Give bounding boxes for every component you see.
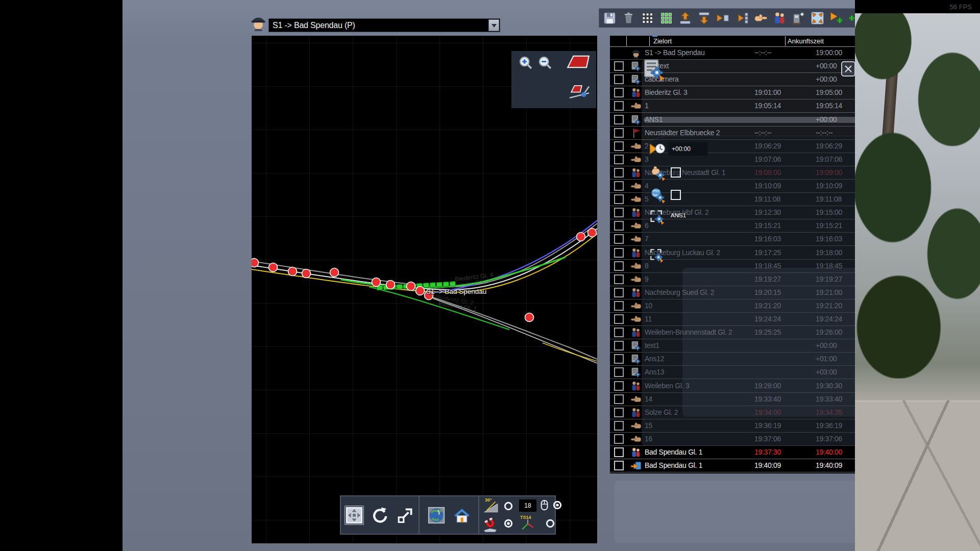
magnet-radio[interactable] xyxy=(503,518,514,529)
row-ankunftszeit: 19:12:30 xyxy=(754,208,812,216)
row-checkbox[interactable] xyxy=(614,208,624,217)
column-header-zielort[interactable]: Zielort xyxy=(653,37,672,45)
slope-radio[interactable] xyxy=(503,500,514,512)
row-checkbox[interactable] xyxy=(614,221,624,231)
row-checkbox[interactable] xyxy=(614,447,624,457)
row-checkbox[interactable] xyxy=(614,301,624,311)
game-world-view[interactable]: 56 FPS xyxy=(855,0,980,551)
gradient-small-icon[interactable] xyxy=(568,82,591,101)
row-type-icon xyxy=(630,287,642,298)
row-type-icon xyxy=(630,354,642,365)
row-ankunftszeit: 19:16:03 xyxy=(754,235,812,243)
row-zielort: Solze Gl. 2 xyxy=(645,408,753,416)
row-checkbox[interactable] xyxy=(614,155,624,164)
slope-30-icon[interactable]: 30° xyxy=(483,498,499,514)
chevron-down-icon[interactable] xyxy=(488,19,499,31)
row-checkbox[interactable] xyxy=(614,341,624,350)
row-checkbox[interactable] xyxy=(614,354,624,364)
row-ankunftszeit: 19:36:19 xyxy=(754,421,812,430)
passengers-icon[interactable] xyxy=(772,10,788,26)
close-button[interactable] xyxy=(841,61,855,77)
row-ankunftszeit: 19:11:08 xyxy=(754,195,812,203)
insert-contact-icon[interactable] xyxy=(715,10,731,26)
save-icon[interactable] xyxy=(602,10,618,26)
globe-icon[interactable] xyxy=(427,506,446,525)
row-checkbox[interactable] xyxy=(614,261,624,271)
row-checkbox[interactable] xyxy=(614,181,624,191)
fuel-icon[interactable] xyxy=(791,10,806,26)
row-ankunftszeit: 19:37:06 xyxy=(754,435,812,443)
row-type-icon xyxy=(630,420,642,432)
row-type-icon xyxy=(630,327,642,338)
row-checkbox[interactable] xyxy=(614,328,624,337)
row-zielort: Ans13 xyxy=(645,368,753,376)
row-zielort: Weileben-Brunnenstadt Gl. 2 xyxy=(645,328,753,336)
row-checkbox[interactable] xyxy=(614,421,624,431)
row-checkbox[interactable] xyxy=(614,141,624,151)
row-checkbox[interactable] xyxy=(614,394,624,404)
track-value-box[interactable]: 18 xyxy=(519,499,536,512)
zoom-out-icon[interactable] xyxy=(537,55,553,70)
move-down-icon[interactable] xyxy=(696,10,712,26)
row-zielort: Nachteburg Sued Gl. 2 xyxy=(645,288,753,296)
row-checkbox[interactable] xyxy=(614,288,624,297)
driver-avatar-icon xyxy=(249,13,267,32)
row-zielort: 1 xyxy=(645,102,753,110)
row-checkbox[interactable] xyxy=(614,74,624,84)
row-checkbox[interactable] xyxy=(614,168,624,178)
row-checkbox[interactable] xyxy=(614,461,624,470)
route-list-icon[interactable] xyxy=(658,10,674,26)
contact-list-icon[interactable] xyxy=(640,10,655,26)
row-zielort: 11 xyxy=(645,315,753,323)
axis-radio[interactable] xyxy=(545,518,556,529)
tree-foliage xyxy=(855,11,980,379)
connect-icon[interactable] xyxy=(396,506,415,525)
column-header-ankunftszeit[interactable]: Ankunftszeit xyxy=(788,37,824,45)
row-ankunftszeit: 19:19:27 xyxy=(754,275,812,283)
row-checkbox[interactable] xyxy=(614,194,624,204)
move-up-icon[interactable] xyxy=(677,10,693,26)
row-checkbox[interactable] xyxy=(614,314,624,324)
ts14-axis-icon[interactable]: TS14 xyxy=(519,515,536,532)
row-ankunftszeit: 19:18:45 xyxy=(754,262,812,270)
row-type-icon xyxy=(630,261,642,272)
row-ankunftszeit: 19:28:00 xyxy=(754,382,812,390)
row-ankunftszeit: 19:37:30 xyxy=(754,448,812,456)
row-checkbox[interactable] xyxy=(614,234,624,244)
row-checkbox[interactable] xyxy=(614,88,624,97)
mouse-icon[interactable] xyxy=(540,499,550,512)
rotate-icon[interactable] xyxy=(370,506,389,525)
extract-contact-icon[interactable] xyxy=(734,10,750,26)
row-checkbox[interactable] xyxy=(614,381,624,391)
row-checkbox[interactable] xyxy=(614,367,624,377)
row-checkbox[interactable] xyxy=(614,128,624,138)
row-ankunftszeit: 19:33:40 xyxy=(754,395,812,403)
row-type-icon xyxy=(630,87,642,98)
row-checkbox[interactable] xyxy=(614,248,624,258)
pan-icon[interactable] xyxy=(345,506,364,525)
gradient-large-icon[interactable] xyxy=(566,54,591,70)
home-icon[interactable] xyxy=(452,506,472,525)
mouse-radio[interactable] xyxy=(552,499,563,511)
train-selector[interactable]: S1 -> Bad Spendau (P) xyxy=(268,18,500,32)
delete-icon[interactable] xyxy=(621,10,636,26)
row-zielort: Bad Spendau Gl. 1 xyxy=(645,461,753,469)
row-checkbox[interactable] xyxy=(614,434,624,444)
row-checkbox[interactable] xyxy=(614,408,624,417)
manual-pointer-icon[interactable] xyxy=(753,10,769,26)
row-ankunftszeit: 19:21:20 xyxy=(754,302,812,310)
zoom-in-icon[interactable] xyxy=(518,55,533,70)
row-checkbox[interactable] xyxy=(614,115,624,124)
row-checkbox[interactable] xyxy=(614,61,624,71)
add-route-point-icon[interactable] xyxy=(828,10,844,26)
track-map[interactable]: S1 -> Bad Spendau Biederitz Gl. 4 Bieder… xyxy=(252,36,597,543)
ghost-checkbox xyxy=(671,190,681,200)
row-checkbox[interactable] xyxy=(614,274,624,284)
row-ankunftszeit: 19:06:29 xyxy=(754,142,812,150)
magnet-icon[interactable] xyxy=(482,516,499,532)
row-type-icon xyxy=(630,274,642,285)
row-checkbox[interactable] xyxy=(614,101,624,111)
ghost-checkbox xyxy=(671,167,681,178)
row-zielort: Weileben Gl. 3 xyxy=(645,382,753,390)
assemble-train-icon[interactable] xyxy=(810,10,825,26)
